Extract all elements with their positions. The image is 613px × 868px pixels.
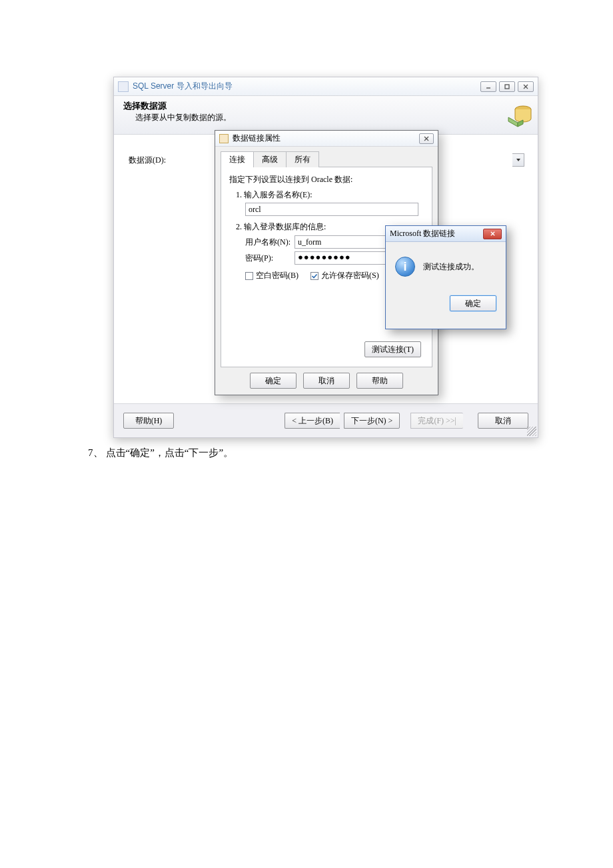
svg-marker-5	[516, 159, 520, 161]
datasource-dropdown-arrow[interactable]	[512, 153, 524, 167]
tab-advanced[interactable]: 高级	[253, 151, 287, 167]
dlp-hint: 指定下列设置以连接到 Oracle 数据:	[229, 174, 424, 185]
info-icon: i	[395, 257, 415, 277]
server-input[interactable]	[245, 203, 418, 216]
msg-ok-button[interactable]: 确定	[450, 295, 496, 311]
checkbox-checked-icon	[310, 272, 318, 280]
wizard-finish-button: 完成(F) >>|	[410, 413, 463, 429]
caption-number: 7、	[88, 447, 103, 458]
blank-password-checkbox[interactable]: 空白密码(B)	[245, 270, 299, 281]
wizard-db-icon	[504, 100, 534, 129]
instruction-caption: 7、点击“确定”，点击“下一步”。	[88, 447, 233, 459]
wizard-titlebar[interactable]: SQL Server 导入和导出向导	[114, 77, 538, 96]
resize-grip[interactable]	[527, 427, 536, 436]
dlp-cancel-button[interactable]: 取消	[303, 373, 350, 389]
minimize-button[interactable]	[480, 81, 496, 92]
wizard-cancel-button[interactable]: 取消	[478, 413, 528, 429]
wizard-title-text: SQL Server 导入和导出向导	[133, 81, 480, 92]
dlp-footer: 确定 取消 帮助	[215, 373, 438, 395]
allow-save-password-checkbox[interactable]: 允许保存密码(S)	[310, 270, 379, 281]
msg-text: 测试连接成功。	[423, 261, 479, 273]
username-label: 用户名称(N):	[245, 237, 295, 248]
dlp-help-button[interactable]: 帮助	[356, 373, 403, 389]
wizard-back-button[interactable]: < 上一步(B)	[285, 413, 340, 429]
tab-all[interactable]: 所有	[286, 151, 319, 167]
wizard-header-sub: 选择要从中复制数据的源。	[123, 112, 528, 123]
allow-save-password-label: 允许保存密码(S)	[321, 270, 379, 281]
dlp-title-icon	[219, 134, 229, 143]
msg-titlebar[interactable]: Microsoft 数据链接	[386, 226, 506, 242]
checkbox-empty-icon	[245, 272, 253, 280]
dlp-ok-button[interactable]: 确定	[250, 373, 297, 389]
maximize-button[interactable]	[499, 81, 515, 92]
wizard-app-icon	[118, 81, 129, 92]
dlp-tabs: 连接 高级 所有	[221, 151, 432, 167]
dlp-step1-label: 1. 输入服务器名称(E):	[236, 189, 424, 201]
msg-close-button[interactable]	[483, 229, 502, 239]
blank-password-label: 空白密码(B)	[256, 270, 299, 281]
msg-title-text: Microsoft 数据链接	[390, 228, 483, 239]
close-button[interactable]	[518, 81, 534, 92]
wizard-next-button[interactable]: 下一步(N) >	[344, 413, 400, 429]
dlp-titlebar[interactable]: 数据链接属性	[215, 131, 438, 147]
caption-text: 点击“确定”，点击“下一步”。	[106, 447, 234, 458]
password-label: 密码(P):	[245, 253, 295, 264]
datasource-label: 数据源(D):	[129, 155, 166, 166]
dlp-close-button[interactable]	[419, 133, 434, 144]
svg-rect-1	[505, 85, 509, 89]
wizard-header-title: 选择数据源	[123, 100, 528, 112]
wizard-header: 选择数据源 选择要从中复制数据的源。	[114, 96, 538, 135]
tab-connection[interactable]: 连接	[221, 151, 254, 167]
wizard-footer: 帮助(H) < 上一步(B) 下一步(N) > 完成(F) >>| 取消	[114, 404, 538, 437]
test-connection-button[interactable]: 测试连接(T)	[364, 341, 421, 357]
message-box: Microsoft 数据链接 i 测试连接成功。 确定	[385, 225, 506, 329]
dlp-title-text: 数据链接属性	[233, 133, 419, 144]
wizard-help-button[interactable]: 帮助(H)	[123, 413, 174, 429]
